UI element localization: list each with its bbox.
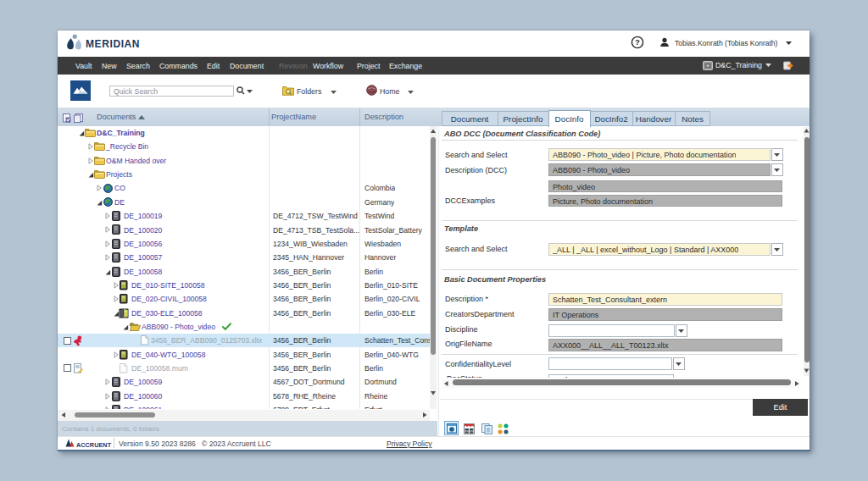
- svg-text:?: ?: [635, 37, 640, 47]
